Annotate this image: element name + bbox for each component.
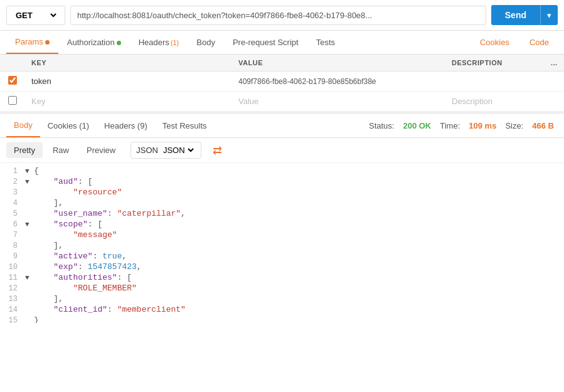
response-tab-test-results[interactable]: Test Results xyxy=(155,115,215,137)
row-checkbox[interactable] xyxy=(8,76,17,85)
placeholder-key: Key xyxy=(31,97,45,106)
json-line-3: 3 "resource" xyxy=(0,187,564,198)
method-dropdown[interactable]: GET POST PUT DELETE PATCH xyxy=(13,10,58,21)
line-content-9: "active": true, xyxy=(34,252,564,261)
placeholder-value: Value xyxy=(238,97,258,106)
row-key-cell: token xyxy=(25,72,232,92)
tab-code-link[interactable]: Code xyxy=(521,31,558,53)
body-toolbar: Pretty Raw Preview JSON JSON XML HTML Te… xyxy=(0,138,564,163)
line-content-14: "client_id": "memberclient" xyxy=(34,305,564,314)
line-num-1: 1 xyxy=(0,166,25,176)
method-selector[interactable]: GET POST PUT DELETE PATCH xyxy=(6,6,65,25)
response-tab-headers[interactable]: Headers (9) xyxy=(97,115,155,137)
row-checkbox-cell xyxy=(0,72,25,92)
placeholder-more-cell xyxy=(545,92,565,112)
time-value: 109 ms xyxy=(469,121,496,130)
status-label: Status: xyxy=(369,121,394,130)
line-arrow-6[interactable]: ▼ xyxy=(25,220,34,228)
line-arrow-9 xyxy=(25,252,34,253)
row-key: token xyxy=(31,77,51,86)
line-content-2: "aud": [ xyxy=(34,177,564,186)
line-content-15: } xyxy=(34,315,564,323)
col-desc-header: DESCRIPTION xyxy=(445,55,545,72)
placeholder-row: Key Value Description xyxy=(0,92,564,112)
tab-body[interactable]: Body xyxy=(188,31,224,53)
response-tab-cookies[interactable]: Cookies (1) xyxy=(40,115,97,137)
line-arrow-2[interactable]: ▼ xyxy=(25,177,34,186)
json-line-10: 10 "exp": 1547857423, xyxy=(0,262,564,272)
line-arrow-11[interactable]: ▼ xyxy=(25,273,34,282)
tab-params[interactable]: Params xyxy=(6,31,58,54)
params-section: KEY VALUE DESCRIPTION … token 409f7866-f… xyxy=(0,55,564,112)
placeholder-checkbox[interactable] xyxy=(8,96,17,105)
line-arrow-10 xyxy=(25,262,34,263)
json-line-13: 13 ], xyxy=(0,294,564,304)
line-num-4: 4 xyxy=(0,198,25,208)
line-content-5: "user_name": "caterpillar", xyxy=(34,209,564,218)
line-num-5: 5 xyxy=(0,209,25,218)
send-button[interactable]: Send xyxy=(491,5,540,25)
placeholder-key-cell: Key xyxy=(25,92,232,112)
authorization-dot xyxy=(117,41,121,45)
line-content-10: "exp": 1547857423, xyxy=(34,262,564,272)
table-row: token 409f7866-fbe8-4062-b179-80e85b6bf3… xyxy=(0,72,564,92)
params-table: KEY VALUE DESCRIPTION … token 409f7866-f… xyxy=(0,55,564,112)
json-line-14: 14 "client_id": "memberclient" xyxy=(0,304,564,315)
response-tab-body[interactable]: Body xyxy=(6,114,40,137)
line-content-4: ], xyxy=(34,198,564,208)
format-label: JSON xyxy=(136,146,158,155)
placeholder-value-cell: Value xyxy=(232,92,445,112)
send-button-group: Send ▾ xyxy=(491,5,558,25)
line-num-8: 8 xyxy=(0,241,25,250)
view-preview[interactable]: Preview xyxy=(79,142,123,158)
json-line-4: 4 ], xyxy=(0,198,564,208)
line-content-11: "authorities": [ xyxy=(34,273,564,282)
tab-tests[interactable]: Tests xyxy=(307,31,344,53)
col-check xyxy=(0,55,25,72)
col-key-header: KEY xyxy=(25,55,232,72)
line-num-13: 13 xyxy=(0,294,25,304)
wrap-button[interactable]: ⇄ xyxy=(209,142,226,159)
json-line-2: 2 ▼ "aud": [ xyxy=(0,176,564,187)
line-arrow-12 xyxy=(25,283,34,285)
line-arrow-7 xyxy=(25,230,34,231)
line-arrow-3 xyxy=(25,188,34,189)
format-selector[interactable]: JSON JSON XML HTML Text xyxy=(130,142,201,159)
line-num-7: 7 xyxy=(0,230,25,240)
json-line-7: 7 "message" xyxy=(0,230,564,240)
json-line-11: 11 ▼ "authorities": [ xyxy=(0,272,564,283)
size-value: 466 B xyxy=(532,121,554,130)
tab-authorization[interactable]: Authorization xyxy=(58,31,130,53)
col-value-header: VALUE xyxy=(232,55,445,72)
top-bar: GET POST PUT DELETE PATCH Send ▾ xyxy=(0,0,564,31)
headers-badge: (1) xyxy=(171,39,179,46)
line-num-3: 3 xyxy=(0,188,25,197)
row-value: 409f7866-fbe8-4062-b179-80e85b6bf38e xyxy=(238,77,376,86)
line-num-6: 6 xyxy=(0,220,25,229)
line-num-11: 11 xyxy=(0,273,25,282)
view-pretty[interactable]: Pretty xyxy=(6,142,43,158)
format-dropdown[interactable]: JSON XML HTML Text xyxy=(161,145,196,156)
placeholder-desc: Description xyxy=(452,97,492,106)
tab-headers[interactable]: Headers(1) xyxy=(130,31,188,53)
col-more: … xyxy=(545,55,565,72)
view-raw[interactable]: Raw xyxy=(45,142,77,158)
line-content-12: "ROLE_MEMBER" xyxy=(34,283,564,293)
line-arrow-1[interactable]: ▼ xyxy=(25,166,34,175)
line-num-9: 9 xyxy=(0,252,25,261)
row-more-cell xyxy=(545,72,565,92)
json-viewer: 1 ▼ { 2 ▼ "aud": [ 3 "resource" 4 ], 5 "… xyxy=(0,163,564,323)
json-line-1: 1 ▼ { xyxy=(0,166,564,176)
line-arrow-14 xyxy=(25,305,34,306)
json-line-6: 6 ▼ "scope": [ xyxy=(0,219,564,230)
tab-cookies-link[interactable]: Cookies xyxy=(471,31,518,53)
send-dropdown-arrow[interactable]: ▾ xyxy=(540,5,558,25)
line-arrow-8 xyxy=(25,241,34,242)
line-content-8: ], xyxy=(34,241,564,250)
tabs-right: Cookies Code xyxy=(471,31,558,53)
line-num-15: 15 xyxy=(0,315,25,323)
url-input[interactable] xyxy=(70,6,486,25)
json-line-15: 15 } xyxy=(0,315,564,323)
tab-prerequest[interactable]: Pre-request Script xyxy=(224,31,307,53)
response-status: Status: 200 OK Time: 109 ms Size: 466 B xyxy=(369,121,558,130)
